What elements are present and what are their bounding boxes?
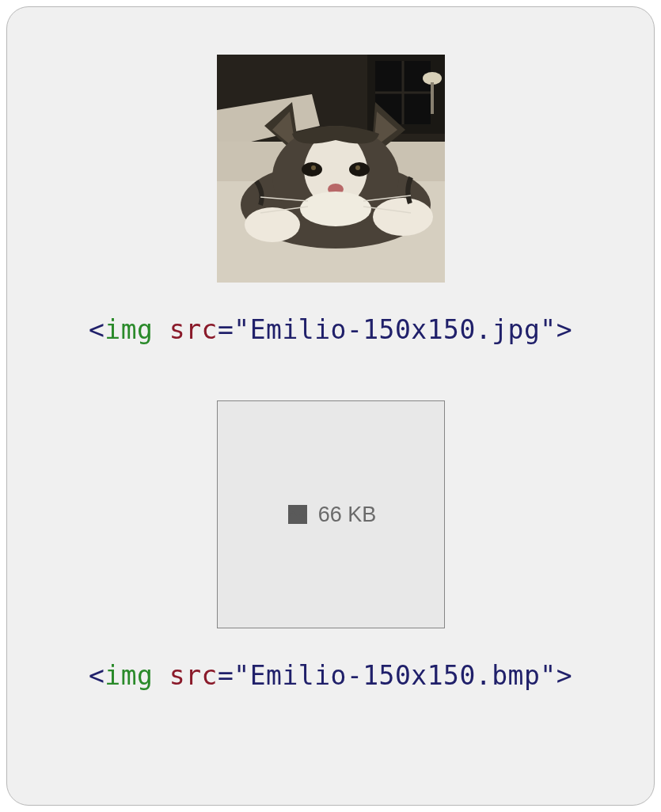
svg-point-22 xyxy=(245,207,300,242)
image-icon xyxy=(285,502,310,527)
example-jpg: <img src="Emilio-150x150.jpg"> xyxy=(39,55,622,345)
svg-point-21 xyxy=(300,192,371,226)
quote-open: " xyxy=(234,660,249,691)
code-snippet-jpg: <img src="Emilio-150x150.jpg"> xyxy=(89,314,572,345)
cat-photo xyxy=(217,55,445,283)
svg-point-23 xyxy=(373,198,433,236)
attr-value: Emilio-150x150.jpg xyxy=(250,314,541,345)
bracket-close: > xyxy=(557,314,572,345)
example-panel: <img src="Emilio-150x150.jpg"> 66 KB <im… xyxy=(6,6,655,806)
example-bmp: 66 KB <img src="Emilio-150x150.bmp"> xyxy=(39,345,622,691)
svg-point-20 xyxy=(355,165,360,170)
code-snippet-bmp: <img src="Emilio-150x150.bmp"> xyxy=(89,660,572,691)
svg-rect-6 xyxy=(431,82,434,114)
quote-close: " xyxy=(540,314,556,345)
equals-sign: = xyxy=(218,314,234,345)
quote-close: " xyxy=(540,660,556,691)
bracket-close: > xyxy=(557,660,572,691)
svg-point-19 xyxy=(311,165,316,170)
tag-name: img xyxy=(104,314,153,345)
equals-sign: = xyxy=(218,660,234,691)
attr-value: Emilio-150x150.bmp xyxy=(250,660,541,691)
bracket-open: < xyxy=(89,660,104,691)
bracket-open: < xyxy=(89,314,104,345)
tag-name: img xyxy=(104,660,153,691)
attr-name: src xyxy=(169,660,218,691)
attr-name: src xyxy=(169,314,218,345)
image-placeholder: 66 KB xyxy=(217,400,445,628)
quote-open: " xyxy=(234,314,249,345)
